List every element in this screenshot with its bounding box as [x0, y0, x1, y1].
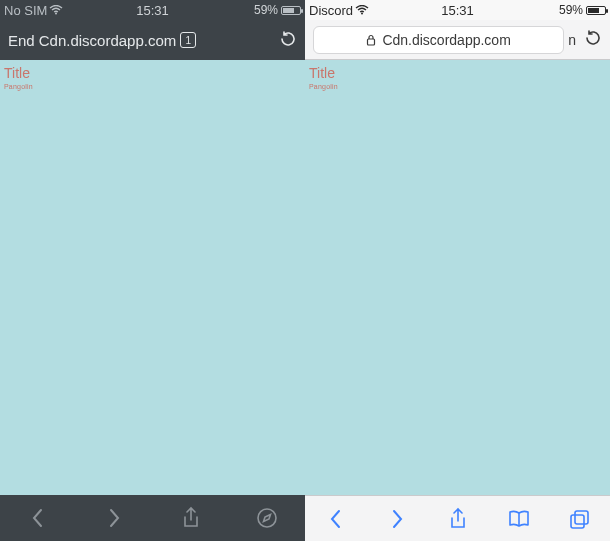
address-bar: Cdn.discordapp.com n — [305, 20, 610, 60]
page-title: Title — [309, 66, 606, 81]
tabs-icon — [569, 509, 591, 529]
share-icon — [448, 507, 468, 531]
address-bar[interactable]: End Cdn.discordapp.com 1 — [0, 20, 305, 60]
status-time: 15:31 — [0, 3, 305, 18]
battery-icon — [281, 6, 301, 15]
forward-button[interactable] — [102, 506, 126, 530]
status-bar: No SIM 15:31 59% — [0, 0, 305, 20]
svg-point-1 — [258, 509, 276, 527]
reload-icon — [584, 29, 602, 47]
lock-icon — [366, 34, 376, 46]
url-field[interactable]: Cdn.discordapp.com — [313, 26, 564, 54]
forward-button[interactable] — [385, 507, 409, 531]
nav-suffix: n — [568, 32, 576, 48]
page-subtext: Pangolin — [4, 83, 301, 90]
reload-button[interactable] — [279, 30, 297, 51]
chevron-right-icon — [105, 507, 123, 529]
compass-button[interactable] — [255, 506, 279, 530]
url-text: Cdn.discordapp.com — [39, 32, 177, 49]
page-subtext: Pangolin — [309, 83, 606, 90]
reload-icon — [279, 30, 297, 48]
compass-icon — [256, 507, 278, 529]
phone-light: Discord 15:31 59% Cdn.discordapp.com n T… — [305, 0, 610, 541]
url-text: Cdn.discordapp.com — [382, 32, 510, 48]
phone-dark: No SIM 15:31 59% End Cdn.discordapp.com … — [0, 0, 305, 541]
chevron-left-icon — [29, 507, 47, 529]
status-time: 15:31 — [305, 3, 610, 18]
share-button[interactable] — [179, 506, 203, 530]
back-button[interactable] — [26, 506, 50, 530]
bottom-toolbar — [0, 495, 305, 541]
share-icon — [181, 506, 201, 530]
chevron-right-icon — [388, 508, 406, 530]
tabs-button[interactable] — [568, 507, 592, 531]
page-content: Title Pangolin — [0, 60, 305, 495]
chevron-left-icon — [327, 508, 345, 530]
share-button[interactable] — [446, 507, 470, 531]
svg-rect-3 — [368, 39, 375, 45]
page-title: Title — [4, 66, 301, 81]
page-content: Title Pangolin — [305, 60, 610, 495]
nav-prefix: End — [8, 32, 35, 49]
book-icon — [508, 509, 530, 529]
bottom-toolbar — [305, 495, 610, 541]
status-bar: Discord 15:31 59% — [305, 0, 610, 20]
battery-icon — [586, 6, 606, 15]
tab-count-badge[interactable]: 1 — [180, 32, 196, 48]
svg-rect-4 — [575, 511, 588, 524]
svg-rect-5 — [571, 515, 584, 528]
bookmarks-button[interactable] — [507, 507, 531, 531]
back-button[interactable] — [324, 507, 348, 531]
reload-button[interactable] — [584, 29, 602, 51]
